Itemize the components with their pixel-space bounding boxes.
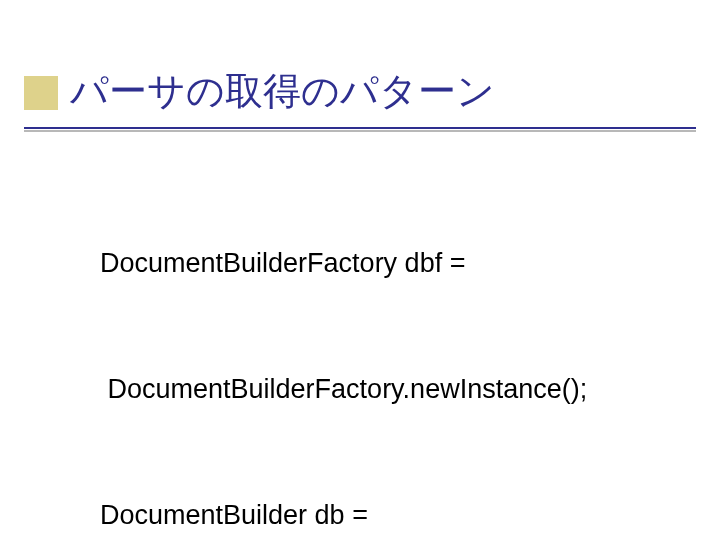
title-underline-shadow xyxy=(24,130,696,132)
accent-box-icon xyxy=(24,76,58,110)
page-title: パーサの取得のパターン xyxy=(70,66,495,117)
title-underline xyxy=(24,127,696,129)
code-line: DocumentBuilder db = xyxy=(100,494,587,536)
slide: パーサの取得のパターン DocumentBuilderFactory dbf =… xyxy=(0,0,720,540)
code-line: DocumentBuilderFactory dbf = xyxy=(100,242,587,284)
code-line: DocumentBuilderFactory.newInstance(); xyxy=(100,368,587,410)
code-block: DocumentBuilderFactory dbf = DocumentBui… xyxy=(100,158,587,540)
